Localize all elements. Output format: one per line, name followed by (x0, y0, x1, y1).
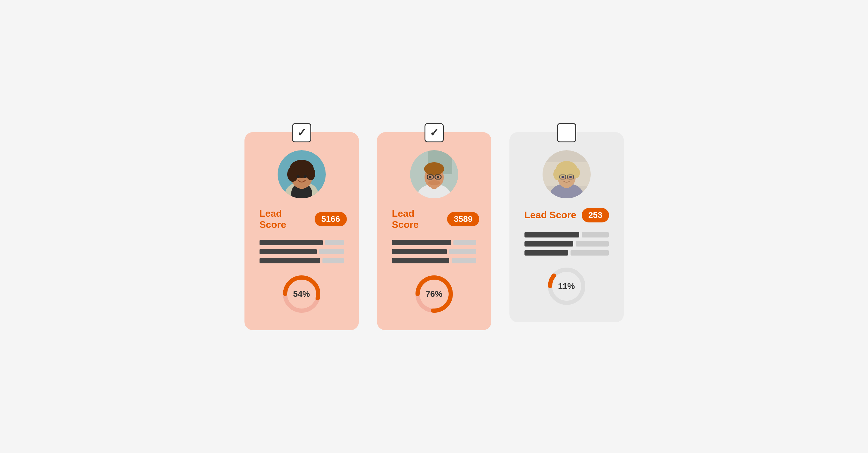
lead-score-label-2: Lead Score (392, 208, 442, 230)
bar-filled-2-3 (392, 258, 449, 263)
bars-container-3 (522, 232, 612, 256)
bar-filled-1-1 (259, 240, 323, 245)
bar-filled-3-2 (525, 241, 573, 247)
checkbox-1[interactable] (292, 123, 311, 142)
checkbox-2[interactable] (425, 123, 444, 142)
bar-row-1-3 (259, 258, 344, 263)
lead-card-3: Lead Score253 11% (509, 132, 624, 322)
bar-empty-3-1 (582, 232, 609, 237)
bar-empty-1-2 (319, 249, 344, 254)
bar-empty-2-1 (454, 240, 476, 245)
bar-row-3-3 (525, 250, 609, 256)
lead-score-label-1: Lead Score (259, 208, 310, 230)
bar-empty-1-1 (325, 240, 344, 245)
bar-filled-1-3 (259, 258, 320, 263)
bar-row-1-1 (259, 240, 344, 245)
lead-card-2: Lead Score3589 76% (377, 132, 491, 330)
bar-row-2-3 (392, 258, 476, 263)
avatar-3 (542, 150, 591, 198)
donut-1: 54% (281, 273, 323, 315)
svg-point-7 (306, 167, 315, 180)
bar-row-2-1 (392, 240, 476, 245)
svg-point-8 (297, 175, 300, 178)
checkbox-3[interactable] (557, 123, 576, 142)
donut-label-3: 11% (558, 282, 575, 291)
svg-point-6 (287, 167, 298, 182)
bars-container-2 (389, 240, 479, 263)
bar-filled-2-2 (392, 249, 447, 254)
donut-2: 76% (413, 273, 455, 315)
svg-point-39 (569, 176, 572, 178)
lead-score-badge-1: 5166 (315, 212, 346, 226)
svg-point-22 (429, 176, 431, 178)
bar-empty-2-2 (449, 249, 476, 254)
bar-empty-2-3 (452, 258, 476, 263)
lead-score-label-3: Lead Score (525, 209, 577, 221)
cards-container: Lead Score5166 54% Lead Score3589 (226, 105, 642, 348)
avatar-2 (410, 150, 458, 198)
avatar-1 (278, 150, 326, 198)
bar-row-3-2 (525, 241, 609, 247)
card-wrapper-3: Lead Score253 11% (509, 123, 624, 322)
lead-card-1: Lead Score5166 54% (245, 132, 359, 330)
bars-container-1 (256, 240, 347, 263)
lead-score-badge-3: 253 (582, 208, 609, 222)
lead-score-row-1: Lead Score5166 (256, 208, 347, 230)
svg-point-24 (428, 180, 440, 185)
bar-filled-3-1 (525, 232, 579, 237)
lead-score-row-3: Lead Score253 (522, 208, 612, 222)
bar-filled-3-3 (525, 250, 568, 256)
donut-label-1: 54% (293, 289, 310, 299)
bar-filled-1-2 (259, 249, 317, 254)
card-wrapper-2: Lead Score3589 76% (377, 123, 491, 330)
bar-row-3-1 (525, 232, 609, 237)
bar-empty-3-3 (570, 250, 609, 256)
lead-score-badge-2: 3589 (447, 212, 479, 226)
svg-point-33 (553, 168, 562, 180)
svg-point-38 (561, 176, 564, 178)
lead-score-row-2: Lead Score3589 (389, 208, 479, 230)
bar-empty-3-2 (576, 241, 609, 247)
donut-label-2: 76% (426, 289, 442, 299)
bar-empty-1-3 (322, 258, 343, 263)
svg-point-23 (437, 176, 439, 178)
bar-row-2-2 (392, 249, 476, 254)
bar-filled-2-1 (392, 240, 451, 245)
bar-row-1-2 (259, 249, 344, 254)
svg-point-9 (304, 175, 307, 178)
card-wrapper-1: Lead Score5166 54% (245, 123, 359, 330)
donut-3: 11% (546, 265, 588, 307)
svg-rect-18 (424, 167, 444, 171)
